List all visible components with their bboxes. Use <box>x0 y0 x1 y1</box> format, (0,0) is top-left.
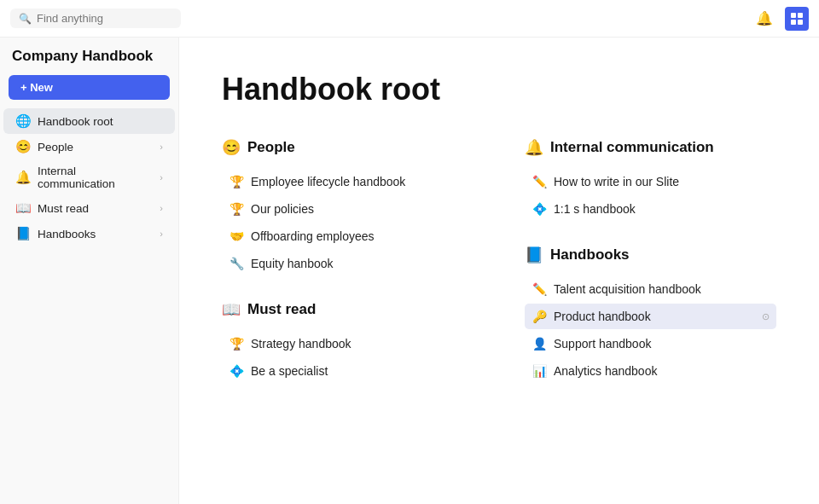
item-icon: 🏆 <box>229 337 244 350</box>
chevron-right-icon: › <box>160 203 163 213</box>
list-item[interactable]: 🏆 Our policies <box>222 196 473 222</box>
topbar-right: 🔔 <box>752 7 809 31</box>
cursor-indicator: ⊙ <box>762 311 770 322</box>
item-label: Talent acquisition handbook <box>554 282 701 296</box>
item-icon: 🏆 <box>229 202 244 216</box>
list-item[interactable]: 🤝 Offboarding employees <box>222 223 473 249</box>
chevron-right-icon: › <box>160 172 163 182</box>
item-label: Analytics handbook <box>554 364 657 378</box>
search-input[interactable] <box>37 12 172 25</box>
sidebar-item-internal-communication[interactable]: 🔔 Internal communication › <box>3 159 175 195</box>
item-label: 1:1 s handbook <box>554 202 636 216</box>
item-label: Offboarding employees <box>251 229 375 243</box>
section-must-read-title: Must read <box>247 301 316 318</box>
list-item[interactable]: 💠 1:1 s handbook <box>525 196 776 222</box>
section-internal-communication: 🔔 Internal communication ✏️ How to write… <box>525 138 776 222</box>
search-icon: 🔍 <box>19 13 32 25</box>
section-must-read-header: 📖 Must read <box>222 300 473 319</box>
sidebar-item-handbooks[interactable]: 📘 Handbooks › <box>3 221 175 246</box>
section-people-title: People <box>247 139 295 156</box>
svg-rect-2 <box>791 20 796 25</box>
section-must-read: 📖 Must read 🏆 Strategy handbook 💠 Be a s… <box>222 300 473 384</box>
user-avatar-icon[interactable] <box>785 7 809 31</box>
item-icon: ✏️ <box>531 175 547 188</box>
people-section-icon: 😊 <box>222 138 241 157</box>
right-column: 🔔 Internal communication ✏️ How to write… <box>525 138 776 408</box>
handbooks-section-icon: 📘 <box>525 246 543 264</box>
chevron-right-icon: › <box>160 229 163 239</box>
list-item[interactable]: ✏️ How to write in our Slite <box>525 169 776 194</box>
item-icon: 💠 <box>531 202 547 216</box>
item-label: Product handbook <box>554 310 651 323</box>
item-label: Strategy handbook <box>251 337 351 350</box>
item-label: Support handbook <box>554 337 651 350</box>
item-label: Be a specialist <box>251 364 328 378</box>
handbooks-icon: 📘 <box>15 226 31 241</box>
left-column: 😊 People 🏆 Employee lifecycle handbook 🏆… <box>222 138 473 408</box>
item-icon: 🏆 <box>229 175 244 188</box>
section-handbooks: 📘 Handbooks ✏️ Talent acquisition handbo… <box>525 246 776 384</box>
sidebar-item-people[interactable]: 😊 People › <box>3 134 175 159</box>
must-read-section-icon: 📖 <box>222 300 241 319</box>
section-people: 😊 People 🏆 Employee lifecycle handbook 🏆… <box>222 138 473 276</box>
sidebar: Company Handbook + New 🌐 Handbook root 😊… <box>0 38 179 504</box>
chevron-right-icon: › <box>160 142 163 152</box>
people-icon: 😊 <box>15 139 31 154</box>
sidebar-item-label: Internal communication <box>38 165 153 190</box>
item-icon: 🤝 <box>229 229 244 243</box>
list-item[interactable]: 🔧 Equity hanbook <box>222 251 473 276</box>
internal-comm-icon: 🔔 <box>15 170 31 185</box>
sidebar-item-label: Must read <box>38 202 153 215</box>
item-label: Equity hanbook <box>251 257 334 270</box>
item-label: Our policies <box>251 202 314 216</box>
item-icon: 💠 <box>229 364 244 378</box>
section-internal-comm-title: Internal communication <box>550 139 714 156</box>
sidebar-item-must-read[interactable]: 📖 Must read › <box>3 195 175 221</box>
list-item[interactable]: 💠 Be a specialist <box>222 358 473 384</box>
svg-rect-0 <box>791 13 796 18</box>
list-item[interactable]: 🏆 Employee lifecycle handbook <box>222 169 473 194</box>
item-label: How to write in our Slite <box>554 175 679 188</box>
page-title: Handbook root <box>222 72 776 107</box>
item-label: Employee lifecycle handbook <box>251 175 405 188</box>
handbook-root-icon: 🌐 <box>15 113 31 129</box>
main-content: Handbook root 😊 People 🏆 Employee lifecy… <box>179 38 819 504</box>
list-item[interactable]: 📊 Analytics handbook <box>525 358 776 384</box>
sidebar-item-handbook-root[interactable]: 🌐 Handbook root <box>3 108 175 134</box>
internal-comm-section-icon: 🔔 <box>525 138 543 157</box>
section-internal-comm-header: 🔔 Internal communication <box>525 138 776 157</box>
item-icon: 🔧 <box>229 257 244 270</box>
list-item[interactable]: 🔑 Product handbook ⊙ <box>525 304 776 329</box>
sidebar-item-label: Handbooks <box>38 228 153 240</box>
list-item[interactable]: 🏆 Strategy handbook <box>222 331 473 356</box>
topbar: 🔍 🔔 <box>0 0 819 38</box>
layout: Company Handbook + New 🌐 Handbook root 😊… <box>0 38 819 504</box>
item-icon: 📊 <box>531 364 547 378</box>
must-read-icon: 📖 <box>15 200 31 216</box>
sidebar-item-label: Handbook root <box>38 115 163 128</box>
sections-grid: 😊 People 🏆 Employee lifecycle handbook 🏆… <box>222 138 776 408</box>
section-people-header: 😊 People <box>222 138 473 157</box>
list-item[interactable]: 👤 Support handbook <box>525 331 776 356</box>
section-handbooks-header: 📘 Handbooks <box>525 246 776 264</box>
notifications-icon[interactable]: 🔔 <box>752 7 776 31</box>
item-icon: ✏️ <box>531 282 547 296</box>
new-button[interactable]: + New <box>9 75 170 100</box>
svg-rect-1 <box>798 13 803 18</box>
svg-rect-3 <box>798 20 803 25</box>
sidebar-title: Company Handbook <box>0 48 178 75</box>
sidebar-item-label: People <box>38 141 153 154</box>
item-icon: 👤 <box>531 337 547 350</box>
list-item[interactable]: ✏️ Talent acquisition handbook <box>525 276 776 302</box>
search-bar[interactable]: 🔍 <box>10 9 181 28</box>
item-icon: 🔑 <box>531 310 547 323</box>
section-handbooks-title: Handbooks <box>550 246 630 264</box>
